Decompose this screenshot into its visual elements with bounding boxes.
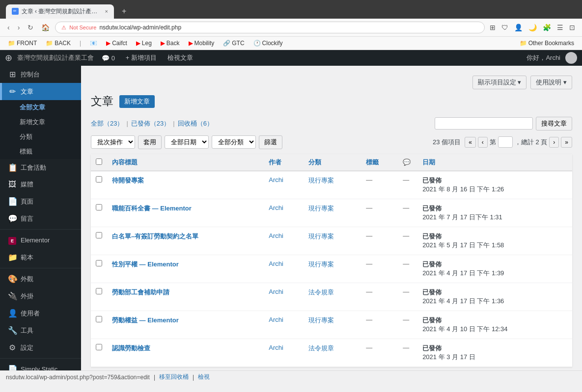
post-title-link[interactable]: 職能百科全書 — Elementor [112, 205, 192, 212]
category-link[interactable]: 法令規章 [308, 344, 334, 352]
filter-published-link[interactable]: 已發佈（23） [131, 119, 170, 128]
add-new-link[interactable]: + 新增項目 [123, 53, 160, 62]
sidebar-item-templates[interactable]: 📁 範本 [0, 249, 81, 266]
view-action-link[interactable]: 檢視 [198, 373, 210, 381]
bookmark-mail[interactable]: 📧 [87, 39, 100, 48]
site-name[interactable]: 臺灣空間規劃設計產業工會 [17, 53, 94, 62]
sidebar-item-users[interactable]: 👤 使用者 [0, 305, 81, 322]
date-filter-select[interactable]: 全部日期 [165, 135, 209, 149]
bookmark-other[interactable]: 📁 Other Bookmarks [517, 39, 577, 48]
category-filter-select[interactable]: 全部分類 [212, 135, 256, 149]
category-link[interactable]: 現行專案 [308, 205, 334, 212]
filter-button[interactable]: 篩選 [259, 135, 282, 149]
filter-trash-link[interactable]: 回收桶（6） [178, 119, 213, 128]
row-checkbox-6[interactable] [96, 344, 102, 350]
account-button[interactable]: 👤 [512, 23, 525, 32]
sidebar-item-activities[interactable]: 📋 工會活動 [0, 159, 81, 176]
extensions2-button[interactable]: 🧩 [541, 23, 553, 32]
new-tab-button[interactable]: + [116, 4, 132, 19]
category-link[interactable]: 現行專案 [308, 316, 334, 324]
bookmark-mobility[interactable]: ▶ Mobility [186, 39, 218, 48]
bulk-action-select[interactable]: 批次操作 [91, 135, 135, 149]
sidebar-item-pages[interactable]: 📄 頁面 [0, 193, 81, 210]
row-checkbox-0[interactable] [96, 176, 102, 183]
sidebar-item-categories[interactable]: 分類 [0, 130, 81, 144]
category-link[interactable]: 現行專案 [308, 177, 334, 184]
row-checkbox-3[interactable] [96, 260, 102, 266]
trash-action-link[interactable]: 移至回收桶 [159, 373, 189, 381]
category-link[interactable]: 現行專案 [308, 261, 334, 268]
first-page-button[interactable]: « [465, 137, 476, 148]
apply-button[interactable]: 套用 [138, 135, 162, 149]
tab-close-button[interactable]: × [105, 8, 108, 14]
sidebar-item-add-post[interactable]: 新增文章 [0, 115, 81, 130]
wp-logo[interactable]: ⊕ [5, 52, 12, 63]
search-posts-button[interactable]: 搜尋文章 [536, 117, 572, 131]
post-title-link[interactable]: 勞動部工會補助申請 [112, 288, 169, 296]
category-header[interactable]: 分類 [304, 154, 361, 171]
address-bar[interactable]: ⚠ Not Secure nsdutw.local/wp-admin/edit.… [55, 22, 485, 33]
sidebar-item-comments[interactable]: 💬 留言 [0, 210, 81, 227]
comments-link[interactable]: 💬 0 [99, 54, 118, 62]
post-title-link[interactable]: 白名單–有簽訂勞動契約之名單 [112, 233, 198, 240]
author-header[interactable]: 作者 [264, 154, 304, 171]
select-all-checkbox[interactable] [96, 158, 102, 165]
bookmark-gtc[interactable]: 🔗 GTC [220, 39, 247, 48]
bookmark-back[interactable]: 📁 BACK [43, 39, 74, 48]
post-title-link[interactable]: 認識勞動檢查 [112, 344, 150, 352]
sidebar-item-dashboard[interactable]: ⊞ 控制台 [0, 66, 81, 83]
author-link[interactable]: Archi [269, 176, 283, 183]
sidebar-item-all-posts[interactable]: 全部文章 [0, 100, 81, 115]
reload-button[interactable]: ↻ [25, 23, 36, 32]
sidebar-item-posts[interactable]: ✏ 文章 [0, 83, 81, 100]
date-header[interactable]: 日期 [417, 154, 572, 171]
shield-button[interactable]: 🛡 [499, 23, 510, 32]
post-title-link[interactable]: 待開發專案 [112, 177, 144, 184]
sidebar-item-simply-static[interactable]: 📄 Simply Static [0, 361, 81, 370]
last-page-button[interactable]: » [561, 137, 572, 148]
author-link[interactable]: Archi [269, 232, 283, 239]
sidebar-item-media[interactable]: 🖼 媒體 [0, 176, 81, 193]
home-button[interactable]: 🏠 [39, 23, 52, 32]
title-header[interactable]: 內容標題 [107, 154, 264, 171]
sidebar-item-plugins[interactable]: 🔌 外掛 [0, 287, 81, 305]
bookmark-clockify[interactable]: 🕐 Clockify [250, 39, 286, 48]
view-posts-link[interactable]: 檢視文章 [165, 53, 196, 62]
menu-button[interactable]: ☰ [555, 23, 565, 32]
filter-all-link[interactable]: 全部（23） [91, 119, 123, 128]
author-link[interactable]: Archi [269, 260, 283, 267]
sidebar-item-elementor[interactable]: E Elementor [0, 232, 81, 249]
night-mode-button[interactable]: 🌙 [527, 23, 539, 32]
bookmark-back2[interactable]: ▶ Back [158, 39, 183, 48]
tags-header[interactable]: 標籤 [361, 154, 398, 171]
page-number-input[interactable]: 1 [498, 136, 513, 148]
row-checkbox-4[interactable] [96, 288, 102, 294]
post-title-link[interactable]: 性別平權 — Elementor [112, 261, 179, 268]
row-checkbox-5[interactable] [96, 316, 102, 322]
back-button[interactable]: ‹ [5, 23, 12, 32]
screen-options-button[interactable]: 顯示項目設定 ▾ [472, 76, 527, 89]
browser-tab-active[interactable]: ✏ 文章 ‹ 臺灣空間規劃設計產業工會 — × [6, 4, 114, 19]
sidebar-item-appearance[interactable]: 🎨 外觀 [0, 270, 81, 287]
extensions-button[interactable]: ⊞ [488, 23, 498, 32]
search-input[interactable] [435, 117, 533, 130]
bookmark-caifct[interactable]: ▶ Caifct [103, 39, 130, 48]
bookmark-front[interactable]: 📁 FRONT [5, 39, 40, 48]
author-link[interactable]: Archi [269, 316, 283, 323]
author-link[interactable]: Archi [269, 204, 283, 211]
row-checkbox-1[interactable] [96, 204, 102, 210]
prev-page-button[interactable]: ‹ [478, 137, 488, 148]
post-title-link[interactable]: 勞動權益 — Elementor [112, 316, 179, 324]
category-link[interactable]: 現行專案 [308, 233, 334, 240]
forward-button[interactable]: › [15, 23, 23, 32]
sidebar-item-settings[interactable]: ⚙ 設定 [0, 339, 81, 356]
author-link[interactable]: Archi [269, 288, 283, 295]
bookmark-leg[interactable]: ▶ Leg [133, 39, 155, 48]
add-new-post-button[interactable]: 新增文章 [119, 95, 155, 108]
sidebar-item-tools[interactable]: 🔧 工具 [0, 322, 81, 339]
help-button[interactable]: 使用說明 ▾ [530, 76, 572, 89]
sidebar-item-tags[interactable]: 標籤 [0, 144, 81, 159]
user-avatar[interactable] [565, 52, 577, 64]
author-link[interactable]: Archi [269, 344, 283, 351]
next-page-button[interactable]: › [549, 137, 559, 148]
